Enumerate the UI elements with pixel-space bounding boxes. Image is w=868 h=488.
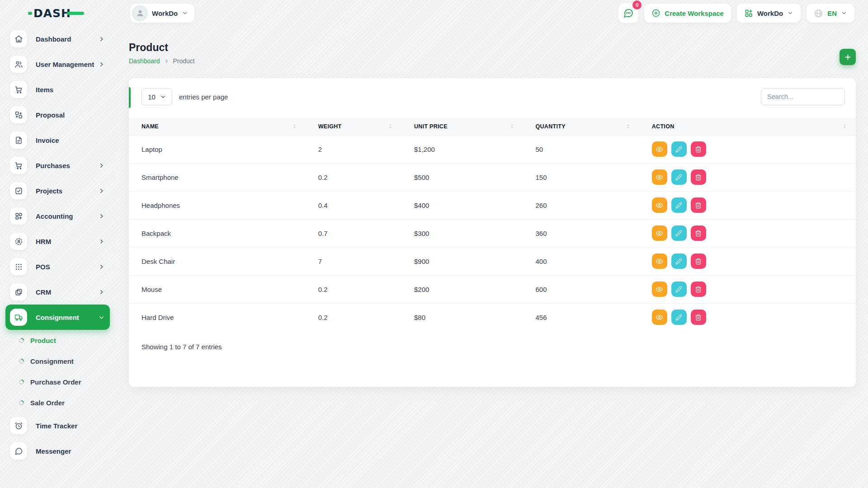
logo-container: DASH (0, 5, 129, 21)
delete-button[interactable] (691, 197, 706, 213)
table-footer-status: Showing 1 to 7 of 7 entries (129, 331, 856, 362)
chevron-right-icon (99, 188, 104, 194)
sort-icon[interactable] (625, 123, 631, 129)
product-table-card: 10 entries per page NAME WEIGHT UNIT PRI… (129, 78, 856, 387)
sidebar-item-purchases[interactable]: Purchases (5, 153, 110, 178)
view-button[interactable] (652, 253, 667, 269)
sort-icon[interactable] (842, 123, 848, 129)
pencil-icon (675, 258, 682, 265)
delete-button[interactable] (691, 310, 706, 325)
table-row: Laptop 2 $1,200 50 (129, 135, 856, 163)
sidebar-subitem-consignment[interactable]: Consignment (0, 351, 129, 371)
cell-unit-price: $500 (401, 163, 523, 191)
create-workspace-button[interactable]: Create Workspace (644, 4, 731, 23)
delete-button[interactable] (691, 282, 706, 297)
chevron-right-icon (99, 289, 104, 295)
sidebar-item-label: Purchases (36, 162, 99, 169)
chevron-right-icon (99, 264, 104, 270)
delete-button[interactable] (691, 169, 706, 185)
view-button[interactable] (652, 141, 667, 157)
language-selector[interactable]: EN (807, 4, 854, 23)
sidebar-item-time-tracker[interactable]: Time Tracker (5, 413, 110, 438)
messages-button[interactable]: 0 (618, 3, 638, 23)
pencil-icon (675, 202, 682, 209)
edit-button[interactable] (671, 282, 687, 297)
workspace-switcher-label: WorkDo (757, 9, 783, 17)
view-button[interactable] (652, 282, 667, 297)
sort-icon[interactable] (292, 123, 297, 129)
sidebar-item-user-management[interactable]: User Management (5, 52, 110, 77)
chevron-right-icon (99, 36, 104, 42)
view-button[interactable] (652, 310, 667, 325)
sidebar-item-invoice[interactable]: Invoice (5, 127, 110, 153)
sidebar-item-label: Items (36, 86, 104, 94)
chevron-right-icon (99, 239, 104, 244)
sidebar-item-label: Proposal (36, 111, 104, 119)
sidebar-item-projects[interactable]: Projects (5, 178, 110, 203)
view-button[interactable] (652, 169, 667, 185)
sidebar-subitem-sale-order[interactable]: Sale Order (0, 392, 129, 413)
view-button[interactable] (652, 197, 667, 213)
layers-icon (10, 283, 27, 300)
sidebar-subitem-purchase-order[interactable]: Purchase Order (0, 371, 129, 392)
sidebar-item-hrm[interactable]: HRM (5, 229, 110, 254)
cell-name: Smartphone (129, 163, 306, 191)
chat-bubble-icon (10, 442, 27, 460)
table-row: Hard Drive 0.2 $80 456 (129, 303, 856, 331)
edit-button[interactable] (671, 310, 687, 325)
eye-icon (656, 258, 663, 265)
workspace-switcher[interactable]: WorkDo (737, 4, 801, 23)
sidebar-item-label: Consignment (36, 314, 99, 321)
add-product-button[interactable] (840, 49, 856, 65)
create-workspace-label: Create Workspace (665, 9, 724, 17)
cell-unit-price: $900 (401, 247, 523, 275)
chat-bubble-icon (623, 8, 634, 19)
delete-button[interactable] (691, 141, 706, 157)
sidebar-item-accounting[interactable]: Accounting (5, 203, 110, 229)
edit-button[interactable] (671, 253, 687, 269)
edit-button[interactable] (671, 169, 687, 185)
bullet-icon (18, 337, 25, 343)
cell-weight: 0.7 (306, 219, 401, 247)
dash-logo[interactable]: DASH (28, 5, 129, 21)
edit-button[interactable] (671, 141, 687, 157)
sort-icon[interactable] (387, 123, 393, 129)
chevron-down-icon (787, 10, 793, 16)
sidebar-item-consignment[interactable]: Consignment (5, 305, 110, 330)
table-row: Headphones 0.4 $400 260 (129, 191, 856, 219)
breadcrumb-dashboard-link[interactable]: Dashboard (129, 57, 160, 65)
entries-per-page-select[interactable]: 10 (142, 88, 172, 105)
sidebar-item-items[interactable]: Items (5, 77, 110, 102)
search-input[interactable] (761, 88, 845, 105)
main-content: Product Dashboard Product 10 entries per… (129, 26, 868, 488)
sidebar-item-proposal[interactable]: Proposal (5, 102, 110, 127)
sidebar-item-crm[interactable]: CRM (5, 279, 110, 305)
sidebar-item-messenger[interactable]: Messenger (5, 438, 110, 464)
user-workspace-pill[interactable]: WorkDo (130, 4, 194, 23)
delete-button[interactable] (691, 225, 706, 241)
row-actions (652, 169, 848, 185)
row-actions (652, 225, 848, 241)
delete-button[interactable] (691, 253, 706, 269)
cell-unit-price: $300 (401, 219, 523, 247)
table-row: Desk Chair 7 $900 400 (129, 247, 856, 275)
entries-per-page-label: entries per page (179, 93, 228, 101)
bullet-icon (18, 399, 25, 406)
cell-quantity: 400 (523, 247, 639, 275)
sidebar-item-pos[interactable]: POS (5, 254, 110, 279)
bullet-icon (18, 357, 25, 364)
sidebar-subitem-product[interactable]: Product (0, 330, 129, 351)
column-header-action: ACTION (652, 123, 675, 130)
plus-circle-icon (651, 9, 660, 18)
edit-button[interactable] (671, 197, 687, 213)
edit-button[interactable] (671, 225, 687, 241)
sort-icon[interactable] (509, 123, 515, 129)
cell-weight: 0.4 (306, 191, 401, 219)
eye-icon (656, 314, 663, 321)
sidebar-item-dashboard[interactable]: Dashboard (5, 26, 110, 52)
view-button[interactable] (652, 225, 667, 241)
plus-icon (844, 53, 852, 61)
chevron-down-icon (99, 314, 104, 320)
cell-weight: 7 (306, 247, 401, 275)
home-icon (10, 30, 27, 47)
